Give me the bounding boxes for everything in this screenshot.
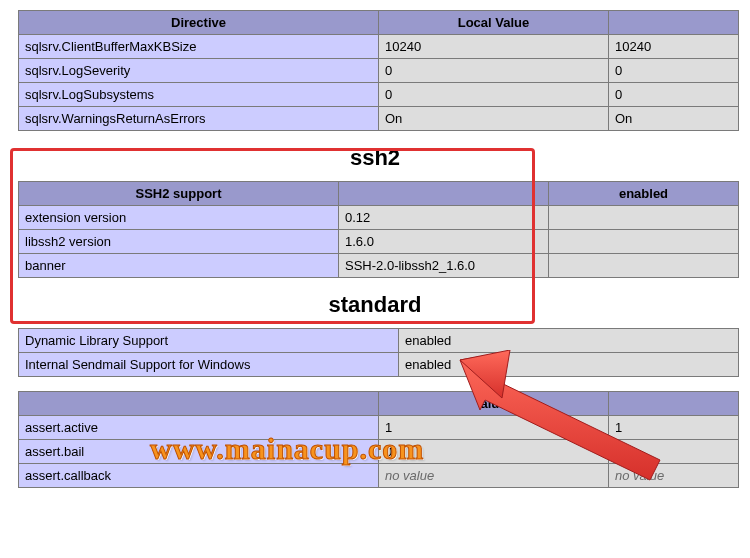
cell-key: extension version [19, 206, 339, 230]
col-ssh2-support: SSH2 support [19, 182, 339, 206]
sqlsrv-directives-table: Directive Local Value sqlsrv.ClientBuffe… [18, 10, 739, 131]
table-row: Dynamic Library Support enabled [19, 329, 739, 353]
cell-value: no value [379, 464, 609, 488]
cell-value [549, 254, 739, 278]
table-row: sqlsrv.WarningsReturnAsErrors On On [19, 107, 739, 131]
cell-value: 0 [379, 440, 609, 464]
cell-value: 0 [609, 440, 739, 464]
cell-value: On [379, 107, 609, 131]
cell-value: 0 [609, 59, 739, 83]
cell-value: 1 [609, 416, 739, 440]
cell-value: 0 [379, 59, 609, 83]
table-row: extension version 0.12 [19, 206, 739, 230]
cell-key: banner [19, 254, 339, 278]
table-row: assert.active 1 1 [19, 416, 739, 440]
col-master-value [609, 392, 739, 416]
col-local-value: Local Value [379, 11, 609, 35]
cell-key: sqlsrv.LogSeverity [19, 59, 379, 83]
col-master-value [609, 11, 739, 35]
table-row: sqlsrv.LogSeverity 0 0 [19, 59, 739, 83]
table-row: banner SSH-2.0-libssh2_1.6.0 [19, 254, 739, 278]
cell-value: 10240 [379, 35, 609, 59]
assert-directives-table: alue assert.active 1 1 assert.bail 0 0 a… [18, 391, 739, 488]
table-row: assert.callback no value no value [19, 464, 739, 488]
cell-key: sqlsrv.LogSubsystems [19, 83, 379, 107]
cell-key: sqlsrv.WarningsReturnAsErrors [19, 107, 379, 131]
col-local-value: alue [379, 392, 609, 416]
col-enabled: enabled [549, 182, 739, 206]
cell-key: assert.bail [19, 440, 379, 464]
cell-value [549, 206, 739, 230]
col-directive: Directive [19, 11, 379, 35]
cell-value: 0 [609, 83, 739, 107]
cell-value: 0.12 [339, 206, 549, 230]
cell-key: Internal Sendmail Support for Windows [19, 353, 399, 377]
ssh2-support-table: SSH2 support enabled extension version 0… [18, 181, 739, 278]
cell-value: 10240 [609, 35, 739, 59]
cell-value: 1.6.0 [339, 230, 549, 254]
section-heading-ssh2: ssh2 [18, 145, 732, 171]
cell-key: assert.active [19, 416, 379, 440]
cell-value [549, 230, 739, 254]
cell-value: 0 [379, 83, 609, 107]
cell-value: enabled [399, 353, 739, 377]
table-row: libssh2 version 1.6.0 [19, 230, 739, 254]
table-row: assert.bail 0 0 [19, 440, 739, 464]
col-empty [339, 182, 549, 206]
standard-support-table: Dynamic Library Support enabled Internal… [18, 328, 739, 377]
cell-value: On [609, 107, 739, 131]
cell-value: enabled [399, 329, 739, 353]
cell-key: Dynamic Library Support [19, 329, 399, 353]
cell-key: assert.callback [19, 464, 379, 488]
section-heading-standard: standard [18, 292, 732, 318]
cell-value: 1 [379, 416, 609, 440]
table-row: sqlsrv.LogSubsystems 0 0 [19, 83, 739, 107]
col-directive [19, 392, 379, 416]
cell-value: no value [609, 464, 739, 488]
table-row: sqlsrv.ClientBufferMaxKBSize 10240 10240 [19, 35, 739, 59]
cell-value: SSH-2.0-libssh2_1.6.0 [339, 254, 549, 278]
cell-key: sqlsrv.ClientBufferMaxKBSize [19, 35, 379, 59]
cell-key: libssh2 version [19, 230, 339, 254]
table-row: Internal Sendmail Support for Windows en… [19, 353, 739, 377]
